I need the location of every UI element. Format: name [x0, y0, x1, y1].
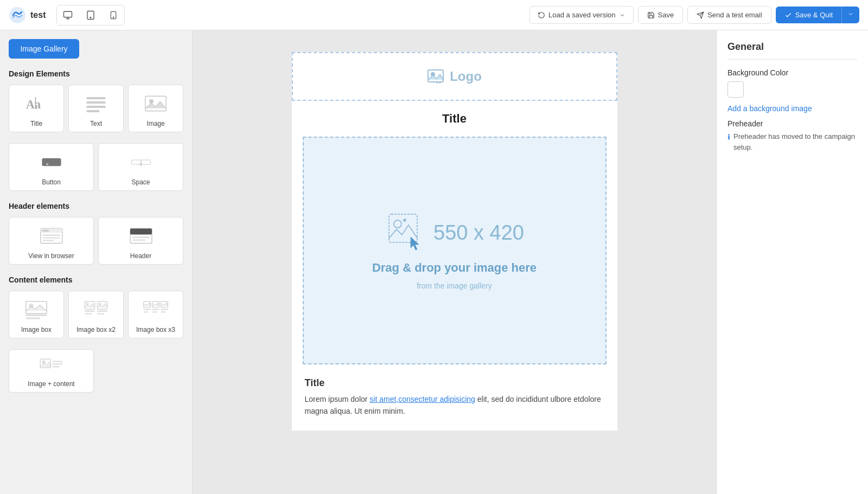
- canvas-logo-section[interactable]: Logo: [292, 52, 617, 101]
- canvas-image-drop-zone[interactable]: 550 x 420 Drag & drop your image here fr…: [303, 137, 607, 364]
- svg-rect-36: [26, 317, 40, 319]
- svg-rect-12: [86, 97, 105, 99]
- logo-area: test: [9, 7, 46, 24]
- canvas-body-section: Title Lorem ipsum dolor sit amet,consect…: [292, 364, 617, 431]
- element-view-in-browser-label: View in browser: [28, 252, 74, 260]
- image-drop-size: 550 x 420: [433, 221, 524, 245]
- save-button[interactable]: Save: [638, 6, 684, 24]
- element-image-box-x3[interactable]: Image box x3: [128, 291, 183, 338]
- view-in-browser-icon: [39, 223, 65, 249]
- bg-color-swatch[interactable]: [727, 81, 744, 98]
- preheader-info-text: Preheader has moved to the campaign setu…: [733, 131, 857, 152]
- image-drop-icon: [385, 211, 428, 254]
- element-image[interactable]: Image: [128, 85, 183, 132]
- image-plus-content-icon: [39, 355, 65, 377]
- element-image-box-label: Image box: [21, 326, 52, 333]
- svg-point-19: [46, 163, 48, 166]
- design-elements-grid: Aa Title Text: [9, 85, 183, 132]
- element-title-label: Title: [30, 120, 42, 127]
- svg-rect-25: [42, 230, 49, 232]
- button-element-icon: [39, 149, 65, 175]
- title-element-icon: Aa: [23, 91, 49, 117]
- main-layout: Image Gallery Design Elements Aa Title: [0, 30, 868, 494]
- right-sidebar: General Background Color Add a backgroun…: [716, 30, 868, 494]
- element-text-label: Text: [90, 120, 102, 127]
- element-title[interactable]: Aa Title: [9, 85, 64, 132]
- design-elements-title: Design Elements: [9, 69, 183, 78]
- email-canvas: Logo Title 550 x 420: [292, 52, 617, 431]
- element-text[interactable]: Text: [68, 85, 124, 132]
- svg-rect-49: [144, 311, 149, 312]
- svg-rect-43: [97, 311, 107, 312]
- load-saved-button[interactable]: Load a saved version: [529, 6, 634, 24]
- add-bg-image-link[interactable]: Add a background image: [727, 104, 857, 113]
- element-image-box-x2[interactable]: Image box x2: [68, 291, 124, 338]
- header-element-icon: [128, 223, 154, 249]
- canvas-body-text: Lorem ipsum dolor sit amet,consectetur a…: [305, 393, 604, 418]
- image-element-icon: [143, 91, 169, 117]
- svg-rect-41: [85, 311, 94, 312]
- space-element-icon: [128, 149, 154, 175]
- logo-image-icon: [427, 68, 444, 85]
- element-image-plus-content[interactable]: Image + content: [9, 349, 94, 393]
- app-logo-icon: [9, 7, 26, 24]
- bg-color-label: Background Color: [727, 68, 857, 77]
- header-elements-title: Header elements: [9, 202, 183, 210]
- canvas-area: Logo Title 550 x 420: [193, 30, 716, 494]
- svg-rect-53: [161, 311, 166, 312]
- image-drop-sub: from the image gallery: [417, 281, 492, 290]
- load-chevron-icon: [619, 12, 626, 18]
- canvas-title-text: Title: [442, 112, 467, 125]
- svg-rect-13: [86, 101, 105, 104]
- tablet-view-button[interactable]: [80, 5, 101, 25]
- left-sidebar: Image Gallery Design Elements Aa Title: [0, 30, 193, 494]
- save-quit-chevron-icon: [847, 11, 854, 17]
- element-view-in-browser[interactable]: View in browser: [9, 217, 94, 265]
- svg-rect-31: [132, 237, 150, 238]
- svg-rect-35: [26, 315, 47, 316]
- element-button-label: Button: [42, 178, 61, 186]
- checkmark-icon: [784, 11, 792, 19]
- svg-rect-56: [52, 361, 62, 362]
- preheader-label: Preheader: [727, 119, 857, 128]
- design-elements-grid-2: Button Space: [9, 143, 183, 191]
- canvas-body-link[interactable]: sit amet,consectetur adipisicing: [369, 395, 475, 403]
- canvas-body-title: Title: [305, 377, 604, 389]
- header-elements-grid: View in browser Header: [9, 217, 183, 265]
- svg-rect-32: [132, 239, 145, 240]
- svg-point-7: [113, 17, 114, 17]
- save-quit-dropdown-button[interactable]: [841, 7, 859, 23]
- right-sidebar-title: General: [727, 41, 857, 53]
- element-button[interactable]: Button: [9, 143, 94, 191]
- right-sidebar-divider: [727, 59, 857, 60]
- svg-point-5: [91, 17, 92, 18]
- canvas-logo-text: Logo: [450, 69, 482, 84]
- svg-point-63: [403, 219, 406, 222]
- element-space[interactable]: Space: [98, 143, 183, 191]
- send-test-email-button[interactable]: Send a test email: [687, 6, 771, 24]
- content-elements-title: Content elements: [9, 275, 183, 284]
- image-drop-text: Drag & drop your image here: [372, 261, 537, 275]
- svg-rect-42: [85, 313, 92, 314]
- image-box-x3-icon: [143, 297, 169, 323]
- desktop-view-button[interactable]: [57, 5, 79, 25]
- svg-point-62: [394, 220, 401, 228]
- svg-rect-61: [389, 214, 417, 242]
- save-quit-label: Save & Quit: [795, 11, 833, 19]
- save-quit-button[interactable]: Save & Quit: [776, 7, 841, 23]
- element-image-box[interactable]: Image box: [9, 291, 64, 338]
- send-test-label: Send a test email: [707, 11, 762, 19]
- svg-rect-57: [52, 363, 62, 364]
- element-image-box-x3-label: Image box x3: [136, 326, 175, 333]
- element-image-plus-content-label: Image + content: [28, 380, 74, 388]
- mobile-view-button[interactable]: [103, 5, 124, 25]
- topbar-actions: Load a saved version Save Send a test em…: [529, 6, 859, 24]
- svg-rect-50: [152, 309, 159, 310]
- image-gallery-button[interactable]: Image Gallery: [9, 39, 79, 59]
- image-box-icon: [23, 297, 49, 323]
- svg-text:Aa: Aa: [26, 98, 41, 111]
- svg-point-0: [9, 7, 25, 23]
- element-space-label: Space: [131, 178, 150, 186]
- element-header[interactable]: Header: [98, 217, 183, 265]
- svg-rect-1: [64, 11, 72, 17]
